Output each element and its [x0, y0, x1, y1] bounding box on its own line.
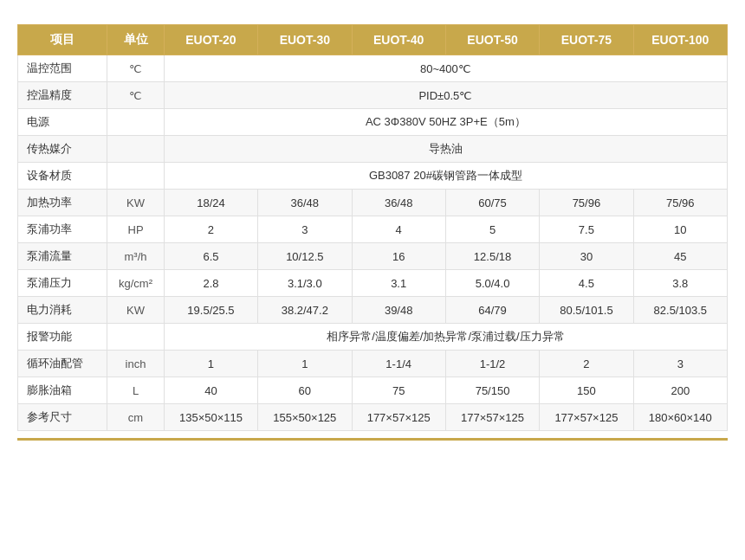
cell-value: 64/79 [445, 297, 539, 324]
table-row: 电源AC 3Φ380V 50HZ 3P+E（5m） [18, 109, 728, 136]
table-header-row: 项目 单位 EUOT-20 EUOT-30 EUOT-40 EUOT-50 EU… [18, 25, 728, 55]
cell-value: 155×50×125 [258, 404, 352, 431]
table-row: 传热媒介导热油 [18, 136, 728, 163]
cell-value: 177×57×125 [540, 404, 633, 431]
cell-unit [107, 136, 165, 163]
cell-value: 2.8 [164, 270, 257, 297]
col-header-euot75: EUOT-75 [540, 25, 633, 55]
cell-value: 4.5 [540, 270, 633, 297]
cell-value: 19.5/25.5 [164, 297, 257, 324]
cell-value: 39/48 [352, 297, 445, 324]
col-header-unit: 单位 [107, 25, 165, 55]
cell-label: 膨胀油箱 [18, 377, 107, 404]
cell-label: 泵浦流量 [18, 243, 107, 270]
cell-value: 75/96 [633, 190, 727, 216]
cell-value: 3 [633, 351, 727, 377]
cell-value: 6.5 [164, 243, 257, 270]
cell-value: 80.5/101.5 [540, 297, 633, 324]
cell-value: 4 [352, 216, 445, 243]
cell-value: 5 [445, 216, 539, 243]
cell-value-span: AC 3Φ380V 50HZ 3P+E（5m） [164, 109, 727, 136]
cell-value: 75/150 [445, 377, 539, 404]
table-row: 加热功率KW18/2436/4836/4860/7575/9675/96 [18, 190, 728, 216]
cell-unit: inch [107, 351, 165, 377]
cell-unit: KW [107, 297, 165, 324]
cell-value-span: PID±0.5℃ [164, 82, 727, 109]
col-header-item: 项目 [18, 25, 107, 55]
cell-label: 设备材质 [18, 163, 107, 190]
cell-unit: ℃ [107, 82, 165, 109]
cell-value: 36/48 [352, 190, 445, 216]
cell-unit: L [107, 377, 165, 404]
cell-value: 2 [164, 216, 257, 243]
cell-value-span: GB3087 20#碳钢管路一体成型 [164, 163, 727, 190]
cell-value: 10 [633, 216, 727, 243]
col-header-euot30: EUOT-30 [258, 25, 352, 55]
cell-value: 36/48 [258, 190, 352, 216]
cell-value: 38.2/47.2 [258, 297, 352, 324]
cell-value: 3.1/3.0 [258, 270, 352, 297]
cell-unit [107, 324, 165, 351]
cell-value: 1-1/4 [352, 351, 445, 377]
cell-label: 电力消耗 [18, 297, 107, 324]
cell-unit [107, 163, 165, 190]
cell-unit: ℃ [107, 55, 165, 82]
cell-value: 200 [633, 377, 727, 404]
cell-value: 1 [164, 351, 257, 377]
cell-label: 温控范围 [18, 55, 107, 82]
cell-value: 3.8 [633, 270, 727, 297]
table-row: 报警功能相序异常/温度偏差/加热异常/泵浦过载/压力异常 [18, 324, 728, 351]
cell-label: 参考尺寸 [18, 404, 107, 431]
cell-value: 180×60×140 [633, 404, 727, 431]
cell-unit: KW [107, 190, 165, 216]
table-row: 设备材质GB3087 20#碳钢管路一体成型 [18, 163, 728, 190]
cell-value-span: 相序异常/温度偏差/加热异常/泵浦过载/压力异常 [164, 324, 727, 351]
cell-unit: m³/h [107, 243, 165, 270]
cell-value: 1-1/2 [445, 351, 539, 377]
cell-value: 3 [258, 216, 352, 243]
cell-value: 177×57×125 [445, 404, 539, 431]
cell-label: 加热功率 [18, 190, 107, 216]
cell-unit: HP [107, 216, 165, 243]
cell-label: 循环油配管 [18, 351, 107, 377]
cell-value: 150 [540, 377, 633, 404]
table-row: 泵浦功率HP23457.510 [18, 216, 728, 243]
table-row: 参考尺寸cm135×50×115155×50×125177×57×125177×… [18, 404, 728, 431]
cell-label: 泵浦压力 [18, 270, 107, 297]
cell-value: 45 [633, 243, 727, 270]
page-wrapper: 项目 单位 EUOT-20 EUOT-30 EUOT-40 EUOT-50 EU… [0, 9, 745, 458]
cell-value: 3.1 [352, 270, 445, 297]
col-header-euot50: EUOT-50 [445, 25, 539, 55]
table-row: 循环油配管inch111-1/41-1/223 [18, 351, 728, 377]
bottom-line [17, 438, 728, 441]
cell-label: 报警功能 [18, 324, 107, 351]
cell-value: 12.5/18 [445, 243, 539, 270]
cell-unit: cm [107, 404, 165, 431]
table-row: 泵浦流量m³/h6.510/12.51612.5/183045 [18, 243, 728, 270]
cell-value: 7.5 [540, 216, 633, 243]
cell-value-span: 80~400℃ [164, 55, 727, 82]
cell-value: 60/75 [445, 190, 539, 216]
table-row: 泵浦压力kg/cm²2.83.1/3.03.15.0/4.04.53.8 [18, 270, 728, 297]
cell-unit: kg/cm² [107, 270, 165, 297]
param-table: 项目 单位 EUOT-20 EUOT-30 EUOT-40 EUOT-50 EU… [17, 24, 728, 431]
cell-value: 75/96 [540, 190, 633, 216]
table-row: 温控范围℃80~400℃ [18, 55, 728, 82]
col-header-euot100: EUOT-100 [633, 25, 727, 55]
col-header-euot20: EUOT-20 [164, 25, 257, 55]
cell-label: 传热媒介 [18, 136, 107, 163]
cell-value-span: 导热油 [164, 136, 727, 163]
cell-value: 10/12.5 [258, 243, 352, 270]
cell-value: 177×57×125 [352, 404, 445, 431]
cell-value: 30 [540, 243, 633, 270]
cell-value: 2 [540, 351, 633, 377]
col-header-euot40: EUOT-40 [352, 25, 445, 55]
cell-value: 18/24 [164, 190, 257, 216]
cell-value: 1 [258, 351, 352, 377]
cell-value: 75 [352, 377, 445, 404]
cell-value: 40 [164, 377, 257, 404]
cell-value: 135×50×115 [164, 404, 257, 431]
cell-label: 控温精度 [18, 82, 107, 109]
cell-value: 82.5/103.5 [633, 297, 727, 324]
cell-value: 16 [352, 243, 445, 270]
